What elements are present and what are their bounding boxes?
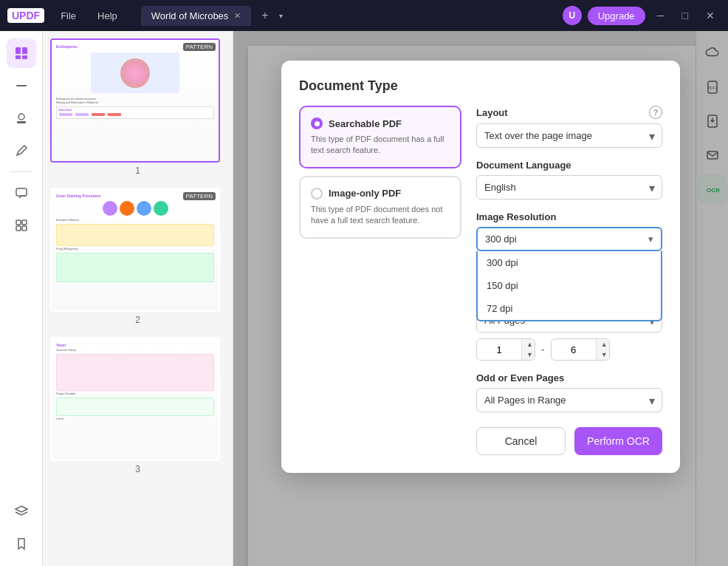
thumb-img-2[interactable]: Gram Staining Procedure Example of Bacte…	[50, 188, 220, 312]
thumbnail-2[interactable]: Gram Staining Procedure Example of Bacte…	[50, 188, 225, 325]
tab-area: World of Microbes ✕ + ▾	[141, 6, 555, 26]
resolution-option-300[interactable]: 300 dpi	[478, 251, 661, 274]
resolution-section: Image Resolution 300 dpi ▾ 300 dpi	[476, 211, 662, 281]
tabs-dropdown-icon[interactable]: ▾	[279, 12, 283, 20]
resolution-label: Image Resolution	[476, 211, 662, 222]
close-button[interactable]: ✕	[700, 7, 721, 24]
sidebar-icon-stamp[interactable]	[7, 103, 36, 133]
language-section: Document Language English	[476, 160, 662, 200]
thumb-img-1[interactable]: Endospores Endospores are inactive struc…	[50, 38, 220, 163]
searchable-pdf-desc: This type of PDF document has a full tex…	[311, 134, 450, 157]
layout-section: Layout ? Text over the page image	[476, 106, 662, 148]
page-range-row: ▲ ▼ - ▲ ▼	[476, 338, 662, 361]
page-to-input[interactable]	[552, 340, 596, 360]
dialog-left: Searchable PDF This type of PDF document…	[299, 106, 461, 455]
page-to-up[interactable]: ▲	[597, 339, 610, 350]
image-only-pdf-option[interactable]: Image-only PDF This type of PDF document…	[299, 176, 461, 239]
thumbnail-1[interactable]: Endospores Endospores are inactive struc…	[50, 38, 225, 176]
layout-help-icon[interactable]: ?	[649, 106, 662, 119]
dialog-inner: Searchable PDF This type of PDF document…	[299, 106, 662, 455]
updf-logo: UPDF	[7, 8, 44, 23]
page-from-up[interactable]: ▲	[522, 339, 535, 350]
main-layout: Endospores Endospores are inactive struc…	[0, 31, 728, 566]
dialog-right: Layout ? Text over the page image Docume…	[476, 106, 662, 455]
language-select-wrapper: English	[476, 175, 662, 200]
sidebar-icon-pages[interactable]	[7, 38, 36, 68]
svg-rect-3	[22, 55, 27, 59]
title-bar-right: U Upgrade ─ □ ✕	[563, 6, 721, 25]
resolution-dropdown: 300 dpi 150 dpi 72 dpi	[476, 251, 662, 321]
page-to-down[interactable]: ▼	[597, 350, 610, 360]
image-only-pdf-label: Image-only PDF	[329, 188, 401, 199]
dialog-title: Document Type	[299, 78, 662, 94]
page-from-input[interactable]	[477, 340, 521, 360]
sidebar-icon-minus[interactable]	[7, 71, 36, 100]
tab-title: World of Microbes	[151, 10, 229, 21]
sidebar-icon-edit[interactable]	[7, 136, 36, 166]
resolution-select-wrapper: 300 dpi ▾ 300 dpi 150 dpi 72 dpi	[476, 227, 662, 251]
image-only-pdf-desc: This type of PDF document does not have …	[311, 204, 450, 227]
radio-dot	[315, 121, 320, 126]
file-menu[interactable]: File	[52, 7, 85, 24]
cancel-button[interactable]: Cancel	[476, 427, 566, 455]
odd-even-select[interactable]: All Pages in Range	[476, 388, 662, 412]
svg-rect-1	[22, 47, 27, 54]
thumb-label-1: 1	[50, 166, 225, 176]
searchable-pdf-option[interactable]: Searchable PDF This type of PDF document…	[299, 106, 461, 168]
searchable-pdf-header: Searchable PDF	[311, 117, 450, 129]
resolution-area: 300 dpi ▾ 300 dpi 150 dpi 72 dpi	[476, 227, 662, 281]
sidebar-divider-1	[10, 171, 32, 172]
thumb-content-2: Gram Staining Procedure Example of Bacte…	[52, 189, 219, 310]
maximize-button[interactable]: □	[676, 7, 694, 24]
sidebar-icon-grid[interactable]	[7, 211, 36, 240]
page-to-spinner: ▲ ▼	[596, 339, 610, 360]
active-tab[interactable]: World of Microbes ✕	[141, 6, 252, 26]
language-select[interactable]: English	[476, 175, 662, 200]
svg-rect-6	[17, 121, 26, 123]
thumb-badge-1: PATTERN	[183, 43, 216, 51]
avatar: U	[563, 6, 582, 25]
thumb-badge-2: PATTERN	[183, 192, 216, 200]
svg-rect-9	[22, 220, 27, 225]
svg-rect-0	[16, 47, 21, 54]
layout-select[interactable]: Text over the page image	[476, 123, 662, 148]
thumbnail-panel: Endospores Endospores are inactive struc…	[43, 31, 233, 566]
svg-rect-7	[16, 188, 27, 196]
language-label: Document Language	[476, 160, 662, 171]
resolution-selected-value[interactable]: 300 dpi ▾	[476, 227, 662, 251]
svg-rect-2	[16, 55, 21, 59]
dialog: Document Type Searchable PDF This type o…	[281, 61, 680, 473]
resolution-option-150[interactable]: 150 dpi	[478, 274, 661, 297]
tab-close-button[interactable]: ✕	[234, 11, 241, 21]
layout-select-wrapper: Text over the page image	[476, 123, 662, 148]
sidebar-icon-comment[interactable]	[7, 178, 36, 208]
odd-even-section: Odd or Even Pages All Pages in Range	[476, 372, 662, 412]
menu-bar: File Help	[52, 7, 126, 24]
help-menu[interactable]: Help	[89, 7, 126, 24]
searchable-pdf-label: Searchable PDF	[329, 118, 402, 129]
thumb-img-3[interactable]: Yeast Yeast Life History Fungus Example …	[50, 337, 220, 461]
page-range-dash: -	[541, 344, 545, 355]
perform-ocr-button[interactable]: Perform OCR	[574, 427, 662, 455]
layout-label: Layout ?	[476, 106, 662, 119]
minimize-button[interactable]: ─	[651, 7, 670, 24]
page-from-spinner: ▲ ▼	[521, 339, 535, 360]
page-from-down[interactable]: ▼	[522, 350, 535, 360]
svg-rect-10	[16, 226, 21, 231]
title-bar: UPDF File Help World of Microbes ✕ + ▾ U…	[0, 0, 728, 31]
sidebar-icon-bookmark[interactable]	[7, 529, 36, 559]
resolution-dropdown-arrow: ▾	[648, 233, 653, 245]
svg-rect-11	[22, 226, 27, 231]
upgrade-button[interactable]: Upgrade	[588, 7, 645, 25]
resolution-option-72[interactable]: 72 dpi	[478, 297, 661, 320]
thumb-content-1: Endospores Endospores are inactive struc…	[52, 40, 219, 161]
thumbnail-3[interactable]: Yeast Yeast Life History Fungus Example …	[50, 337, 225, 474]
image-only-pdf-header: Image-only PDF	[311, 188, 450, 200]
svg-point-5	[18, 114, 24, 120]
image-only-pdf-radio	[311, 188, 323, 200]
sidebar-icon-layers[interactable]	[7, 497, 36, 526]
dialog-overlay: Document Type Searchable PDF This type o…	[233, 31, 728, 566]
odd-even-select-wrapper: All Pages in Range	[476, 388, 662, 412]
add-tab-button[interactable]: +	[255, 6, 274, 25]
thumb-label-3: 3	[50, 464, 225, 474]
